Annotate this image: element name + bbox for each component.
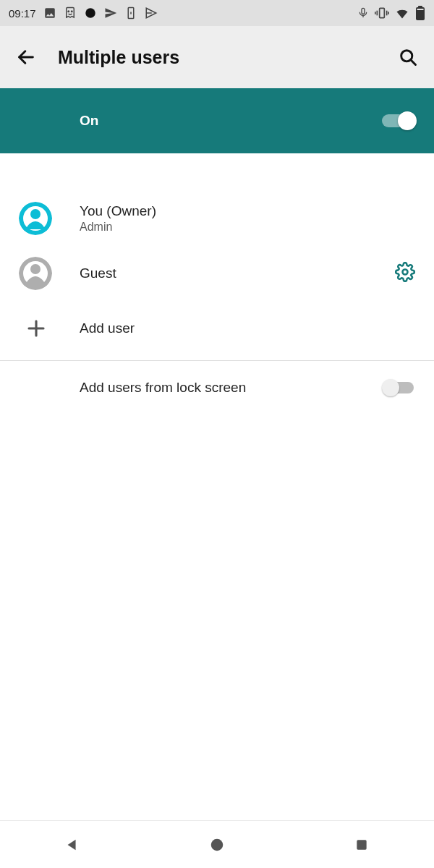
back-button[interactable] xyxy=(9,40,43,75)
nav-back-button[interactable] xyxy=(43,827,101,862)
svg-point-2 xyxy=(85,8,95,18)
add-user-row[interactable]: Add user xyxy=(0,301,434,356)
user-row-guest[interactable]: Guest xyxy=(0,246,434,301)
gear-icon xyxy=(395,262,415,282)
status-time: 09:17 xyxy=(9,7,36,20)
app-bar: Multiple users xyxy=(0,26,434,88)
battery-icon xyxy=(415,6,425,20)
triangle-back-icon xyxy=(64,837,80,853)
search-button[interactable] xyxy=(391,40,425,75)
nav-recent-button[interactable] xyxy=(333,827,391,862)
page-title: Multiple users xyxy=(58,47,391,68)
status-right xyxy=(357,6,425,20)
svg-rect-12 xyxy=(418,6,422,8)
add-user-label: Add user xyxy=(80,320,415,336)
device-icon xyxy=(124,7,137,20)
plus-icon xyxy=(25,318,47,339)
svg-point-27 xyxy=(211,838,224,851)
lock-screen-label: Add users from lock screen xyxy=(80,380,246,396)
master-toggle-switch[interactable] xyxy=(382,111,415,130)
vibrate-icon xyxy=(375,6,389,20)
lock-screen-row[interactable]: Add users from lock screen xyxy=(0,361,434,414)
mic-icon xyxy=(357,7,369,19)
lock-screen-switch[interactable] xyxy=(382,378,415,397)
svg-point-1 xyxy=(71,11,72,12)
nav-home-button[interactable] xyxy=(188,827,246,862)
smile-icon xyxy=(64,7,77,20)
guest-settings-button[interactable] xyxy=(395,262,415,285)
wifi-icon xyxy=(395,6,409,20)
content: You (Owner) Admin Guest xyxy=(0,153,434,414)
svg-point-0 xyxy=(68,11,69,12)
svg-line-16 xyxy=(411,60,415,64)
svg-point-19 xyxy=(30,209,41,219)
circle-home-icon xyxy=(209,837,225,853)
navigation-bar xyxy=(0,820,434,868)
user-owner-subtitle: Admin xyxy=(80,221,415,234)
status-left: 09:17 xyxy=(9,7,158,20)
svg-rect-6 xyxy=(380,8,385,17)
arrow-left-icon xyxy=(16,47,36,67)
user-row-owner[interactable]: You (Owner) Admin xyxy=(0,191,434,246)
master-toggle-label: On xyxy=(19,113,98,129)
image-icon xyxy=(43,7,56,20)
user-guest-title: Guest xyxy=(80,265,380,281)
svg-rect-5 xyxy=(362,8,365,14)
dot-icon xyxy=(84,7,97,20)
svg-rect-13 xyxy=(417,9,424,10)
search-icon xyxy=(398,47,418,67)
guest-avatar-icon xyxy=(19,257,52,290)
svg-rect-28 xyxy=(357,840,366,849)
send-icon xyxy=(104,7,117,20)
status-bar: 09:17 xyxy=(0,0,434,26)
svg-point-24 xyxy=(403,270,408,275)
owner-avatar-icon xyxy=(19,202,52,235)
square-recent-icon xyxy=(354,838,369,852)
play-icon xyxy=(145,7,158,20)
master-toggle-banner[interactable]: On xyxy=(0,88,434,153)
svg-point-23 xyxy=(30,264,41,274)
user-owner-title: You (Owner) xyxy=(80,203,415,219)
